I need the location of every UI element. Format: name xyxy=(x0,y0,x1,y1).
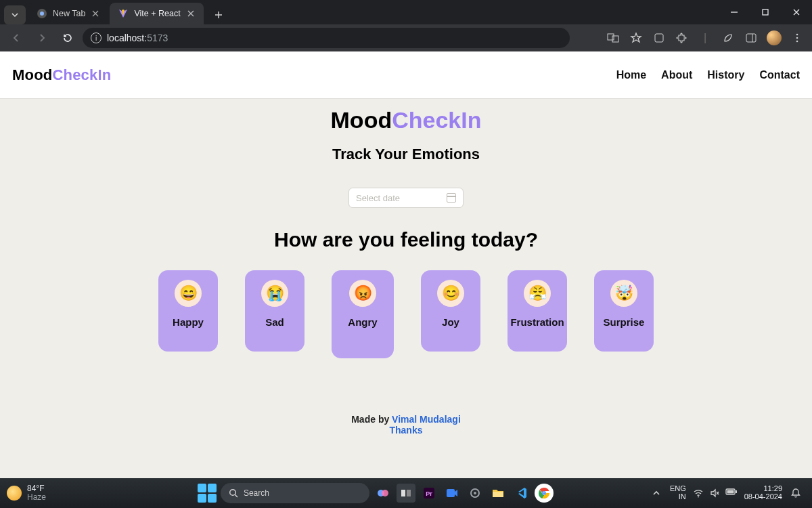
separator: | xyxy=(696,28,715,47)
svg-point-1 xyxy=(40,12,44,16)
profile-avatar[interactable] xyxy=(765,28,784,47)
sad-emoji-icon: 😭 xyxy=(261,280,288,307)
tab-title: New Tab xyxy=(53,9,85,18)
nav-home[interactable]: Home xyxy=(616,69,646,81)
weather-widget[interactable]: 84°F Haze xyxy=(0,484,102,501)
svg-rect-5 xyxy=(655,34,663,42)
address-bar[interactable]: i localhost:5173 xyxy=(83,28,570,48)
mood-label: Joy xyxy=(442,316,459,328)
brand-logo[interactable]: MoodCheckIn xyxy=(12,66,111,84)
svg-point-8 xyxy=(796,34,798,36)
forward-button[interactable] xyxy=(31,27,53,49)
page-viewport: MoodCheckIn Home About History Contact M… xyxy=(0,51,812,478)
clock[interactable]: 11:29 08-04-2024 xyxy=(744,485,782,501)
happy-emoji-icon: 😄 xyxy=(175,280,202,307)
back-button[interactable] xyxy=(5,27,27,49)
svg-rect-6 xyxy=(746,34,756,42)
minimize-button[interactable] xyxy=(719,0,750,24)
taskbar-app-copilot[interactable] xyxy=(374,484,392,503)
browser-toolbar: i localhost:5173 | xyxy=(0,24,812,51)
weather-desc: Haze xyxy=(27,493,46,502)
kebab-menu-icon[interactable] xyxy=(788,28,807,47)
site-info-icon[interactable]: i xyxy=(91,33,102,43)
close-window-button[interactable] xyxy=(781,0,812,24)
mood-card-frustration[interactable]: 😤 Frustration xyxy=(508,270,567,352)
brand-prefix: Mood xyxy=(12,66,52,83)
hero-title-prefix: Mood xyxy=(331,107,392,133)
taskbar-app-chrome[interactable] xyxy=(535,484,554,503)
hero-title: MoodCheckIn xyxy=(0,107,812,133)
svg-line-12 xyxy=(235,495,238,498)
question-heading: How are you feeling today? xyxy=(0,228,812,251)
weather-text: 84°F Haze xyxy=(27,484,46,501)
tab-vite-react[interactable]: Vite + React xyxy=(110,3,203,24)
tray-overflow-icon[interactable] xyxy=(650,486,663,500)
browser-titlebar: New Tab Vite + React xyxy=(0,0,812,24)
author-link[interactable]: Vimal Mudalagi xyxy=(392,414,461,425)
svg-rect-3 xyxy=(608,34,614,40)
site-header: MoodCheckIn Home About History Contact xyxy=(0,51,812,99)
svg-point-26 xyxy=(543,492,545,494)
taskbar-right: ENG IN 11:29 08-04-2024 xyxy=(650,485,812,501)
thanks-link[interactable]: Thanks xyxy=(0,425,812,436)
svg-point-14 xyxy=(382,490,388,496)
surprise-emoji-icon: 🤯 xyxy=(610,280,637,307)
tab-new-tab[interactable]: New Tab xyxy=(28,3,108,24)
date-row: Select date xyxy=(0,188,812,208)
mood-card-angry[interactable]: 😡 Angry xyxy=(332,270,394,358)
date-placeholder: Select date xyxy=(356,193,400,203)
angry-emoji-icon: 😡 xyxy=(349,280,376,307)
main-nav: Home About History Contact xyxy=(616,69,800,81)
nav-contact[interactable]: Contact xyxy=(759,69,800,81)
sidepanel-icon[interactable] xyxy=(742,28,761,47)
svg-point-21 xyxy=(474,492,476,494)
close-tab-icon[interactable] xyxy=(91,9,100,18)
made-by-label: Made by xyxy=(351,414,392,425)
reload-button[interactable] xyxy=(57,27,78,49)
taskbar-center: Search Pr xyxy=(102,483,650,503)
taskbar-search[interactable]: Search xyxy=(221,483,369,503)
date-picker[interactable]: Select date xyxy=(348,188,464,208)
svg-rect-4 xyxy=(612,36,618,42)
mood-card-surprise[interactable]: 🤯 Surprise xyxy=(594,270,654,352)
close-tab-icon[interactable] xyxy=(186,9,196,18)
bookmark-star-icon[interactable] xyxy=(627,28,646,47)
taskbar-app-explorer[interactable] xyxy=(489,484,508,503)
mood-label: Frustration xyxy=(510,316,564,328)
mood-cards: 😄 Happy 😭 Sad 😡 Angry 😊 Joy 😤 Frustratio… xyxy=(0,270,812,358)
extensions-puzzle-icon[interactable] xyxy=(673,28,692,47)
mood-label: Sad xyxy=(265,316,284,328)
svg-rect-2 xyxy=(763,9,768,15)
mood-card-sad[interactable]: 😭 Sad xyxy=(245,270,304,352)
url-text: localhost:5173 xyxy=(107,33,168,43)
nav-about[interactable]: About xyxy=(661,69,692,81)
svg-rect-15 xyxy=(401,490,405,496)
new-tab-button[interactable] xyxy=(209,5,228,24)
start-button[interactable] xyxy=(198,484,217,503)
hero-subtitle: Track Your Emotions xyxy=(0,146,812,163)
system-tray[interactable] xyxy=(693,488,738,499)
taskbar-app-premiere[interactable]: Pr xyxy=(420,484,438,503)
brand-suffix: CheckIn xyxy=(52,66,111,83)
taskbar-app-meet[interactable] xyxy=(443,484,461,503)
language-indicator[interactable]: ENG IN xyxy=(670,485,686,501)
maximize-button[interactable] xyxy=(750,0,781,24)
svg-point-27 xyxy=(698,496,699,498)
weather-icon xyxy=(7,486,22,501)
tab-list-button[interactable] xyxy=(4,5,26,24)
notifications-icon[interactable] xyxy=(789,486,803,500)
extension-icon[interactable] xyxy=(650,28,669,47)
nav-history[interactable]: History xyxy=(707,69,744,81)
svg-rect-29 xyxy=(736,490,737,493)
windows-taskbar: 84°F Haze Search Pr ENG IN xyxy=(0,478,812,508)
taskbar-app-taskview[interactable] xyxy=(397,484,415,503)
taskbar-app-vscode[interactable] xyxy=(512,484,531,503)
svg-rect-16 xyxy=(407,490,411,496)
mood-card-joy[interactable]: 😊 Joy xyxy=(421,270,480,352)
mood-card-happy[interactable]: 😄 Happy xyxy=(158,270,218,352)
svg-rect-22 xyxy=(493,492,503,497)
leaf-icon[interactable] xyxy=(719,28,738,47)
translate-icon[interactable] xyxy=(604,28,623,47)
taskbar-app-settings[interactable] xyxy=(466,484,484,503)
svg-point-11 xyxy=(230,490,236,496)
